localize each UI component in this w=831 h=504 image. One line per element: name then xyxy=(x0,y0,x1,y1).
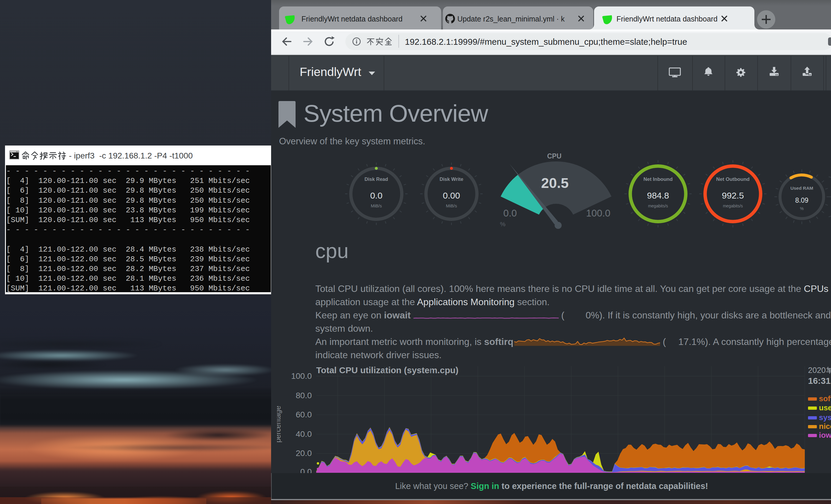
svg-text:CPU: CPU xyxy=(547,152,562,160)
svg-text:%: % xyxy=(500,220,506,228)
svg-text:Disk Write: Disk Write xyxy=(440,176,463,182)
svg-text:992.5: 992.5 xyxy=(722,190,744,200)
svg-text:Disk Read: Disk Read xyxy=(365,176,388,182)
svg-text:MiB/s: MiB/s xyxy=(371,203,382,208)
svg-text:Used RAM: Used RAM xyxy=(790,185,813,190)
svg-text:100.0: 100.0 xyxy=(291,372,312,381)
svg-text:80.0: 80.0 xyxy=(296,391,312,400)
svg-text:megabits/s: megabits/s xyxy=(723,204,743,208)
svg-text:megabits/s: megabits/s xyxy=(648,204,668,208)
svg-text:984.8: 984.8 xyxy=(647,190,669,200)
svg-text:0.0: 0.0 xyxy=(370,190,382,200)
svg-text:0.0: 0.0 xyxy=(503,208,517,218)
svg-text:20.0: 20.0 xyxy=(296,449,312,458)
svg-text:%: % xyxy=(800,206,804,211)
svg-text:60.0: 60.0 xyxy=(296,410,312,419)
svg-text:8.09: 8.09 xyxy=(795,197,809,204)
svg-text:100.0: 100.0 xyxy=(586,208,610,218)
svg-text:MiB/s: MiB/s xyxy=(446,203,457,208)
svg-text:Net Outbound: Net Outbound xyxy=(716,176,749,182)
svg-text:40.0: 40.0 xyxy=(296,429,312,439)
svg-text:Net Inbound: Net Inbound xyxy=(643,176,672,182)
svg-text:percentage: percentage xyxy=(277,406,282,442)
svg-text:0.00: 0.00 xyxy=(443,190,460,200)
svg-text:20.5: 20.5 xyxy=(541,175,568,191)
